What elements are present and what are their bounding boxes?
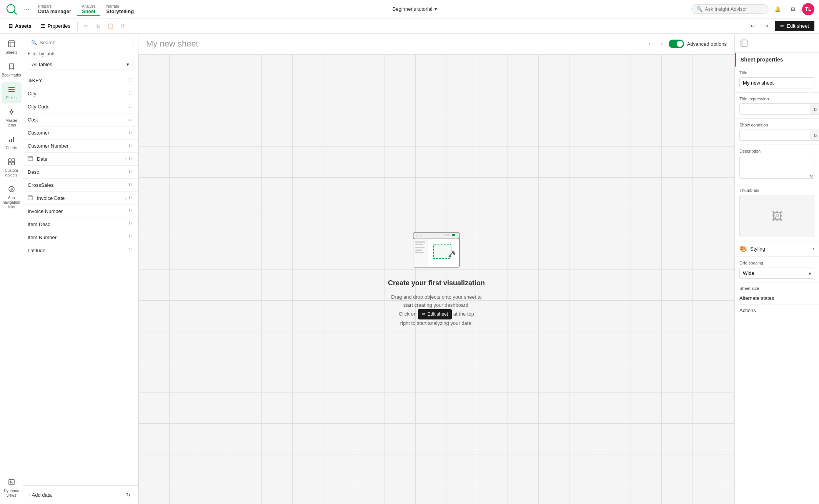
drag-handle-icon[interactable]	[128, 221, 133, 228]
advanced-options-toggle[interactable]	[669, 40, 684, 48]
sidebar-item-dynamic-views[interactable]: Dynamic views	[2, 475, 22, 501]
list-item[interactable]: Customer Number	[23, 140, 138, 153]
analyze-nav[interactable]: Analyze Sheet	[77, 3, 100, 16]
svg-point-94	[131, 210, 132, 211]
apps-grid-button[interactable]: ⊞	[787, 3, 799, 15]
sidebar-item-app-nav[interactable]: App navigation links	[2, 182, 22, 213]
sidebar-item-fields[interactable]: Fields	[2, 82, 22, 103]
prepare-nav[interactable]: Prepare Data manager	[33, 3, 76, 16]
assets-button[interactable]: ⊟ Assets	[5, 22, 35, 30]
paste-button[interactable]: 📋	[105, 21, 116, 32]
edit-sheet-button[interactable]: ✏ Edit sheet	[775, 21, 814, 31]
list-item[interactable]: %KEY	[23, 74, 138, 87]
drag-handle-icon[interactable]	[128, 169, 133, 175]
properties-icon: ☰	[41, 23, 45, 29]
drag-handle-icon[interactable]	[128, 156, 133, 162]
narrate-nav[interactable]: Narrate Storytelling	[102, 3, 139, 16]
drag-handle-icon[interactable]	[128, 116, 133, 123]
svg-point-37	[131, 105, 132, 105]
show-condition-fx-button[interactable]: fx	[811, 130, 819, 141]
list-item[interactable]: GrossSales	[23, 179, 138, 192]
svg-point-101	[131, 225, 132, 225]
description-textarea[interactable]	[739, 156, 814, 179]
show-condition-input[interactable]	[739, 130, 811, 141]
properties-button[interactable]: ☰ Properties	[37, 22, 74, 30]
svg-point-24	[129, 81, 130, 82]
thumbnail-area[interactable]: 🖼	[739, 195, 814, 237]
svg-rect-128	[741, 41, 742, 46]
list-item[interactable]: City Code	[23, 100, 138, 113]
show-condition-field: fx	[739, 130, 814, 141]
palette-icon: 🎨	[739, 245, 747, 253]
list-item[interactable]: Invoice Date›	[23, 192, 138, 205]
styling-row[interactable]: 🎨 Styling ›	[735, 241, 819, 257]
svg-point-75	[129, 184, 130, 185]
edit-sheet-inline-button[interactable]: ✏ Edit sheet	[418, 309, 452, 319]
svg-point-116	[416, 235, 418, 237]
drag-handle-icon[interactable]	[128, 77, 133, 84]
tutorial-button[interactable]: Beginner's tutorial ▾	[387, 4, 443, 14]
grid-spacing-label: Grid spacing	[739, 261, 814, 265]
redo-button[interactable]: ↪	[761, 21, 772, 32]
nav-right: 🔍 🔔 ⊞ TL	[691, 3, 814, 15]
title-expression-fx-button[interactable]: fx	[811, 103, 819, 115]
drag-handle-icon[interactable]	[128, 130, 133, 136]
title-input[interactable]	[739, 77, 814, 88]
drag-handle-icon[interactable]	[128, 182, 133, 188]
canvas-next-button[interactable]: ›	[656, 38, 667, 49]
svg-point-52	[129, 144, 130, 145]
panel-icon-button[interactable]	[738, 37, 750, 49]
refresh-button[interactable]: ↻	[123, 489, 133, 500]
sidebar-item-charts[interactable]: Charts	[2, 132, 22, 153]
list-item[interactable]: Cost	[23, 113, 138, 126]
svg-point-25	[131, 78, 132, 79]
list-item[interactable]: Customer	[23, 126, 138, 140]
table-filter-dropdown[interactable]: All tables ▾	[28, 59, 133, 70]
table-filter-value: All tables	[32, 62, 52, 67]
canvas-area: My new sheet ‹ › Advanced options	[138, 34, 734, 504]
calendar-icon	[28, 156, 34, 162]
copy-button[interactable]: ⧉	[93, 21, 104, 32]
avatar[interactable]: TL	[802, 3, 814, 15]
sidebar-item-bookmarks[interactable]: Bookmarks	[2, 60, 22, 81]
drag-handle-icon[interactable]	[128, 90, 133, 97]
sidebar-item-sheets[interactable]: Sheets	[2, 37, 22, 58]
grid-spacing-select[interactable]: Small Medium Wide	[739, 268, 814, 279]
canvas-prev-button[interactable]: ‹	[644, 38, 655, 49]
undo-button[interactable]: ↩	[747, 21, 758, 32]
list-item[interactable]: Invoice Number	[23, 205, 138, 218]
description-fx-button[interactable]: fx	[809, 174, 813, 178]
title-expression-input[interactable]	[739, 103, 811, 115]
expand-icon[interactable]: ›	[125, 196, 127, 201]
drag-handle-icon[interactable]	[128, 247, 133, 254]
more-options-button[interactable]: ···	[22, 3, 32, 15]
fields-search-input[interactable]	[40, 40, 130, 45]
svg-point-96	[129, 222, 130, 223]
delete-button[interactable]: 🗑	[118, 21, 128, 32]
search-box[interactable]: 🔍	[691, 4, 768, 14]
notifications-button[interactable]: 🔔	[771, 3, 784, 15]
drag-handle-icon[interactable]	[128, 143, 133, 149]
list-item[interactable]: Item Number	[23, 231, 138, 244]
add-data-button[interactable]: + Add data	[28, 492, 52, 498]
fields-search-box[interactable]: 🔍	[28, 38, 133, 47]
search-input[interactable]	[705, 6, 759, 12]
list-item[interactable]: Latitude	[23, 244, 138, 257]
sidebar-item-custom-objects[interactable]: Custom objects	[2, 155, 22, 181]
list-item[interactable]: Date›	[23, 153, 138, 166]
drag-handle-icon[interactable]	[128, 195, 133, 201]
svg-rect-118	[444, 234, 450, 236]
drag-handle-icon[interactable]	[128, 208, 133, 215]
expand-icon[interactable]: ›	[125, 156, 127, 162]
list-item[interactable]: Desc	[23, 166, 138, 179]
drag-handle-icon[interactable]	[128, 234, 133, 241]
edit-sheet-label: Edit sheet	[787, 23, 809, 29]
qlik-logo	[5, 2, 18, 16]
cut-button[interactable]: ✂	[81, 21, 92, 32]
list-item[interactable]: Item Desc	[23, 218, 138, 231]
sidebar-item-master-items[interactable]: Master items	[2, 105, 22, 131]
list-item[interactable]: City	[23, 87, 138, 100]
drag-handle-icon[interactable]	[128, 103, 133, 110]
empty-state-title: Create your first visualization	[388, 279, 485, 287]
svg-point-48	[129, 133, 130, 134]
